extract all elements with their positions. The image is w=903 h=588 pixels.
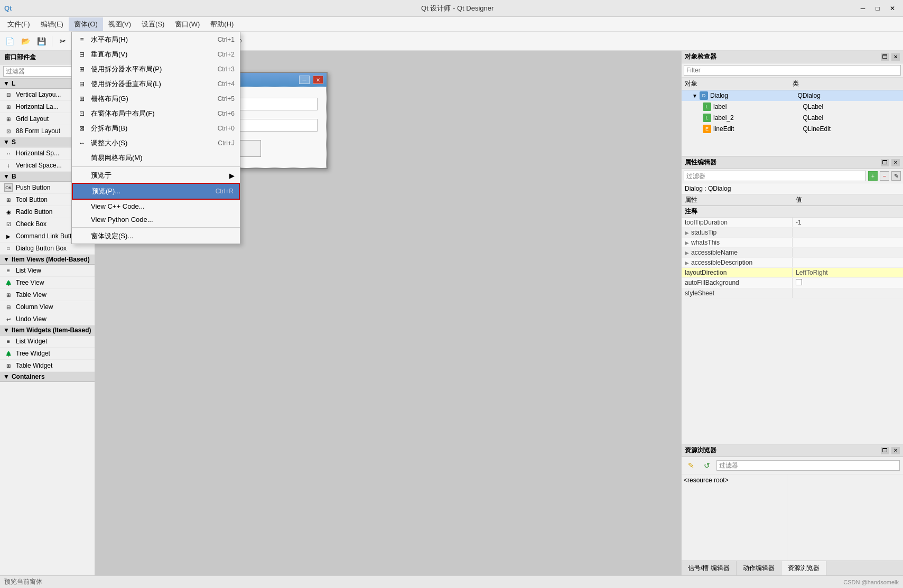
menu-formlayout[interactable]: ⊡ 在窗体布局中布局(F) Ctrl+6 [72,106,240,121]
vsplitter-icon: ⊟ [77,80,87,88]
menu-help[interactable]: 帮助(H) [205,17,239,31]
menu-resize[interactable]: ↔ 调整大小(S) Ctrl+J [72,136,240,151]
obj-filter-input[interactable] [684,65,901,76]
category-item-widgets[interactable]: ▼ Item Widgets (Item-Based) [0,325,95,335]
object-inspector-title-bar: 对象检查器 🗖 ✕ [682,51,903,63]
hsplitter-icon: ⊞ [77,66,87,73]
category-item-views[interactable]: ▼ Item Views (Model-Based) [0,255,95,265]
hlayout-shortcut: Ctrl+1 [218,36,235,43]
maximize-button[interactable]: □ [871,3,884,14]
res-panel-pin-btn[interactable]: 🗖 [881,447,889,454]
prop-row-accdesc[interactable]: ▶accessibleDescription [682,258,903,268]
prop-add-btn[interactable]: + [868,171,878,181]
panel-close-btn[interactable]: ✕ [891,53,900,61]
prop-filter-input[interactable] [684,171,866,181]
prop-name-accname: ▶accessibleName [682,248,793,257]
widget-list-view[interactable]: ≡ List View [0,265,95,277]
menu-hsplitter[interactable]: ⊞ 使用拆分器水平布局(P) Ctrl+3 [72,62,240,77]
category-expand-icon: ▼ [3,373,10,380]
prop-row-accname[interactable]: ▶accessibleName [682,248,903,258]
prop-row-autofill[interactable]: autoFillBackground [682,278,903,288]
resource-browser-title-bar: 资源浏览器 🗖 ✕ [682,444,903,457]
autofill-checkbox[interactable] [796,279,802,285]
obj-dialog-class: QDialog [795,91,904,100]
widget-column-view[interactable]: ⊟ Column View [0,301,95,313]
close-button[interactable]: ✕ [886,3,899,14]
prop-col-headers: 属性 值 [682,194,903,206]
prop-row-stylesheet[interactable]: styleSheet [682,288,903,298]
prop-group-comment: 注释 [682,206,903,218]
vlayout-shortcut: Ctrl+2 [218,51,235,58]
toolbar-cut[interactable]: ✂ [55,34,70,48]
obj-col-class: 类 [789,79,897,89]
tab-resource-browser[interactable]: 资源浏览器 [781,561,826,575]
widget-label: Radio Button [16,208,52,216]
toolbar-new[interactable]: 📄 [2,34,17,48]
menu-cpp-code[interactable]: View C++ Code... [72,200,240,213]
prop-row-tooltip[interactable]: toolTipDuration -1 [682,218,903,228]
menu-break[interactable]: ⊠ 分拆布局(B) Ctrl+0 [72,121,240,136]
prop-filter-row: + − ✎ [682,169,903,183]
menu-preview[interactable]: 预览(P)... Ctrl+R [72,183,240,200]
widget-label: Column View [16,303,53,311]
obj-row-dialog[interactable]: ▼ D Dialog QDialog [682,90,903,101]
prop-row-statustip[interactable]: ▶statusTip [682,228,903,238]
prop-row-whatthis[interactable]: ▶whatsThis [682,238,903,248]
widget-list-widget[interactable]: ≡ List Widget [0,335,95,348]
object-inspector: 对象检查器 🗖 ✕ 对象 类 ▼ D D [682,51,903,156]
menu-edit[interactable]: 编辑(E) [35,17,69,31]
property-editor-title: 属性编辑器 [685,158,716,167]
prop-value-stylesheet [793,288,903,298]
dialog-minimize-btn[interactable]: ─ [299,76,310,84]
menu-simplegrid[interactable]: 简易网格布局(M) [72,151,240,165]
expand-arrow: ▶ [685,260,689,266]
menu-hlayout[interactable]: ≡ 水平布局(H) Ctrl+1 [72,32,240,47]
prop-remove-btn[interactable]: − [880,171,889,181]
right-sidebar: 对象检查器 🗖 ✕ 对象 类 ▼ D D [681,51,903,575]
widget-table-view[interactable]: ⊞ Table View [0,289,95,301]
obj-name-dialog: ▼ D Dialog [682,91,795,100]
widget-tree-view[interactable]: 🌲 Tree View [0,277,95,289]
menu-vlayout[interactable]: ⊟ 垂直布局(V) Ctrl+2 [72,47,240,62]
widget-label: Table Widget [16,362,52,369]
menu-windows[interactable]: 窗口(W) [170,17,205,31]
menu-window[interactable]: 窗体(O) [69,17,103,31]
prop-row-layoutdir[interactable]: layoutDirection LeftToRight [682,268,903,278]
title-bar: Qt Qt 设计师 - Qt Designer ─ □ ✕ [0,0,903,17]
menu-settings[interactable]: 设置(S) [136,17,170,31]
toolbar-save[interactable]: 💾 [34,34,49,48]
menu-vsplitter[interactable]: ⊟ 使用拆分器垂直布局(L) Ctrl+4 [72,77,240,91]
res-edit-btn[interactable]: ✎ [685,459,697,472]
tab-signal-slot[interactable]: 信号/槽 编辑器 [682,561,737,575]
prop-settings-btn[interactable]: ✎ [891,171,901,181]
menu-form-settings[interactable]: 窗体设定(S)... [72,229,240,244]
obj-label-name: label [713,103,727,110]
obj-row-label2[interactable]: L label_2 QLabel [682,113,903,124]
menu-file[interactable]: 文件(F) [2,17,35,31]
widget-dialog-button-box[interactable]: □ Dialog Button Box [0,242,95,255]
widget-tree-widget[interactable]: 🌲 Tree Widget [0,348,95,360]
obj-row-label[interactable]: L label QLabel [682,101,903,113]
minimize-button[interactable]: ─ [857,3,869,14]
menu-preview-at[interactable]: 预览于 ▶ [72,168,240,183]
widget-table-widget[interactable]: ⊞ Table Widget [0,360,95,372]
widget-undo-view[interactable]: ↩ Undo View [0,313,95,325]
widget-label: Undo View [16,315,46,323]
obj-row-lineedit[interactable]: E lineEdit QLineEdit [682,124,903,135]
panel-pin-btn[interactable]: 🗖 [881,53,889,61]
resource-files [787,474,903,561]
prop-panel-close-btn[interactable]: ✕ [891,159,900,166]
prop-value-accdesc [793,258,903,267]
res-panel-close-btn[interactable]: ✕ [891,447,900,454]
menu-python-code[interactable]: View Python Code... [72,213,240,226]
hspacer-icon: ↔ [4,149,13,157]
prop-panel-pin-btn[interactable]: 🗖 [881,159,889,166]
dialog-close-btn[interactable]: ✕ [313,76,323,84]
category-containers[interactable]: ▼ Containers [0,372,95,382]
res-filter-input[interactable] [716,460,900,471]
res-refresh-btn[interactable]: ↺ [701,459,713,472]
toolbar-open[interactable]: 📂 [18,34,33,48]
menu-grid[interactable]: ⊞ 栅格布局(G) Ctrl+5 [72,91,240,106]
menu-view[interactable]: 视图(V) [103,17,136,31]
tab-action-editor[interactable]: 动作编辑器 [737,561,781,575]
